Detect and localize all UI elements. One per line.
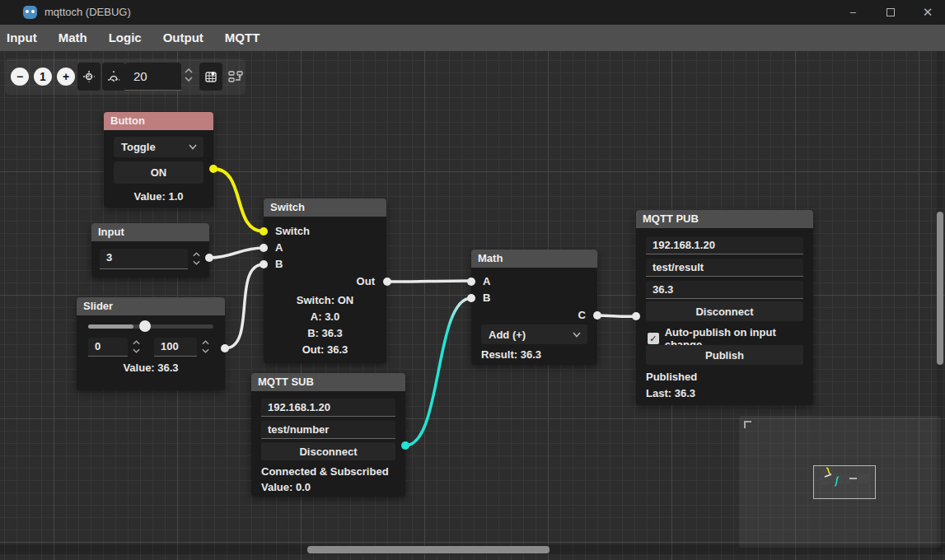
math-input-b-label: B (471, 292, 537, 304)
title-bar: mqttoch (DEBUG) − ✕ (0, 0, 945, 25)
node-button: Button Toggle ON Value: 1.0 (104, 112, 213, 208)
spin-down-icon (185, 77, 193, 82)
maximize-button[interactable] (874, 0, 907, 25)
vertical-scrollbar-thumb[interactable] (937, 212, 943, 365)
input-value-spinner[interactable] (193, 252, 200, 265)
wire-math-to-mqttpub (597, 315, 636, 316)
spin-up-icon (193, 252, 200, 257)
horizontal-scrollbar-thumb[interactable] (307, 546, 550, 553)
minimap-toggle-button[interactable] (199, 63, 222, 91)
switch-input-switch-label: Switch (264, 225, 346, 237)
switch-input-a-label: A (264, 241, 346, 254)
mqtt-sub-value-label: Value: 0.0 (261, 481, 311, 493)
chevron-down-icon (573, 332, 581, 338)
mqtt-sub-disconnect-button[interactable]: Disconnect (261, 442, 395, 460)
mqtt-pub-topic-input[interactable]: test/result (646, 259, 803, 277)
mqtt-pub-last-label: Last: 36.3 (646, 387, 695, 399)
spin-up-icon (202, 340, 209, 345)
wire-mqttsub-to-math-b (405, 298, 471, 446)
math-operation-dropdown[interactable]: Add (+) (481, 324, 587, 344)
node-switch-header[interactable]: Switch (264, 198, 386, 217)
menu-bar: Input Math Logic Output MQTT (0, 25, 945, 51)
math-result-label: Result: 36.3 (481, 348, 541, 361)
input-value-spinbox[interactable]: 3 (100, 249, 188, 269)
switch-status-out: Out: 36.3 (264, 343, 386, 356)
menu-logic[interactable]: Logic (98, 25, 152, 51)
spin-up-icon (185, 68, 193, 73)
zoom-in-button[interactable]: + (57, 68, 75, 86)
slider-fill (88, 324, 133, 329)
button-on-button[interactable]: ON (114, 161, 204, 184)
switch-status-a: A: 3.0 (264, 310, 386, 323)
switch-status-switch: Switch: ON (264, 294, 386, 306)
slider-grabber[interactable] (139, 320, 151, 332)
math-operation-value: Add (+) (489, 329, 526, 341)
snap-arc-icon (107, 70, 120, 83)
snap-grid-icon (82, 70, 96, 83)
maximize-icon (887, 8, 895, 16)
mqtt-pub-status-label: Published (646, 371, 697, 383)
spin-up-icon (133, 340, 140, 345)
spin-down-icon (193, 260, 200, 265)
switch-status-b: B: 36.3 (264, 327, 386, 339)
menu-input[interactable]: Input (3, 25, 48, 51)
node-button-header[interactable]: Button (104, 112, 213, 130)
mqtt-sub-host-input[interactable]: 192.168.1.20 (261, 399, 395, 417)
mqtt-sub-topic-input[interactable]: test/number (261, 421, 395, 439)
node-math: Math A B C Add (+) Result: 36.3 (471, 250, 597, 365)
snap-toggle-button[interactable] (77, 63, 101, 91)
node-mqtt-pub-header[interactable]: MQTT PUB (636, 210, 813, 228)
wire-switch-to-math-a (387, 281, 471, 282)
minimap-wires (739, 416, 941, 548)
menu-math[interactable]: Math (48, 25, 98, 51)
menu-mqtt[interactable]: MQTT (214, 25, 271, 51)
window-title: mqttoch (DEBUG) (44, 6, 131, 18)
checkbox-checked-icon: ✓ (648, 333, 659, 344)
close-button[interactable]: ✕ (911, 0, 944, 25)
math-output-c-label: C (515, 309, 597, 321)
node-switch: Switch Switch A B Out Switch: ON A: 3.0 … (264, 198, 386, 363)
mqtt-pub-payload-input[interactable]: 36.3 (646, 281, 803, 299)
button-mode-dropdown[interactable]: Toggle (114, 137, 204, 157)
minimap-icon (204, 70, 218, 83)
snap-amount-input[interactable]: 20 (125, 63, 181, 91)
slider-max-spinbox[interactable]: 100 (154, 338, 197, 357)
wire-input-to-switch-a (209, 248, 264, 258)
node-mqtt-pub: MQTT PUB 192.168.1.20 test/result 36.3 D… (636, 210, 813, 405)
menu-output[interactable]: Output (152, 25, 214, 51)
slider-track[interactable] (88, 324, 213, 329)
spin-down-icon (202, 348, 209, 353)
slider-max-spinner[interactable] (202, 340, 209, 353)
node-input: Input 3 (91, 223, 209, 278)
switch-output-label: Out (304, 275, 386, 287)
graph-minimap[interactable] (739, 416, 941, 548)
button-value-label: Value: 1.0 (104, 190, 213, 203)
minimize-button[interactable]: − (836, 0, 869, 25)
slider-min-spinbox[interactable]: 0 (88, 338, 128, 357)
spin-down-icon (133, 348, 140, 353)
slider-value-label: Value: 36.3 (77, 362, 225, 374)
node-mqtt-sub-header[interactable]: MQTT SUB (251, 373, 405, 391)
snap-amount-spinner[interactable] (185, 68, 193, 82)
mqtt-pub-host-input[interactable]: 192.168.1.20 (646, 236, 803, 254)
node-mqtt-sub: MQTT SUB 192.168.1.20 test/number Discon… (251, 373, 405, 497)
snap-distance-button[interactable] (102, 63, 125, 91)
button-mode-value: Toggle (121, 141, 156, 153)
node-input-header[interactable]: Input (91, 223, 209, 241)
switch-input-b-label: B (264, 258, 346, 270)
arrange-nodes-button[interactable] (224, 63, 247, 91)
node-slider-header[interactable]: Slider (77, 297, 225, 315)
wire-slider-to-switch-b (225, 264, 264, 348)
wire-button-to-switch (213, 169, 264, 231)
mqtt-sub-status-label: Connected & Subscribed (261, 465, 389, 478)
slider-min-spinner[interactable] (133, 340, 140, 353)
zoom-out-button[interactable]: − (11, 68, 29, 86)
math-input-a-label: A (471, 275, 537, 287)
mqtt-pub-disconnect-button[interactable]: Disconnect (646, 301, 803, 321)
chevron-down-icon (189, 144, 197, 150)
node-slider: Slider 0 100 Value: 36.3 (77, 297, 225, 390)
node-math-header[interactable]: Math (471, 250, 597, 268)
zoom-reset-button[interactable]: 1 (34, 68, 52, 86)
mqtt-pub-publish-button[interactable]: Publish (646, 345, 803, 365)
graph-canvas[interactable]: − 1 + 20 (0, 51, 945, 560)
